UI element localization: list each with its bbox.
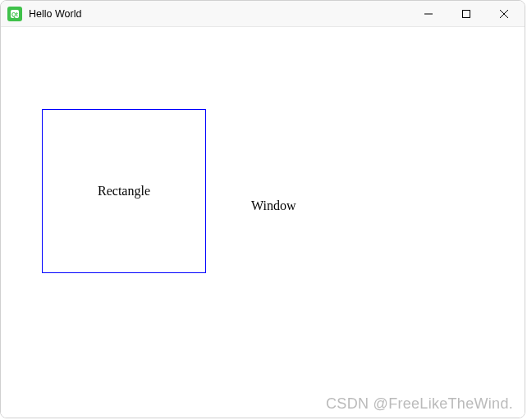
window-controls [410,1,523,26]
close-button[interactable] [485,1,523,26]
client-area: Rectangle Window CSDN @FreeLikeTheWind. [1,27,525,418]
minimize-button[interactable] [410,1,447,26]
rectangle-label: Rectangle [98,184,150,199]
svg-rect-1 [463,10,470,17]
maximize-button[interactable] [447,1,485,26]
minimize-icon [424,10,433,18]
rectangle-shape: Rectangle [42,109,206,273]
app-icon [7,7,22,21]
watermark-text: CSDN @FreeLikeTheWind. [326,395,513,413]
window-title: Hello World [29,8,410,20]
titlebar[interactable]: Hello World [1,1,525,27]
close-icon [500,10,508,18]
window-label: Window [251,199,296,213]
application-window: Hello World Rectangle W [0,0,525,418]
maximize-icon [462,10,470,18]
